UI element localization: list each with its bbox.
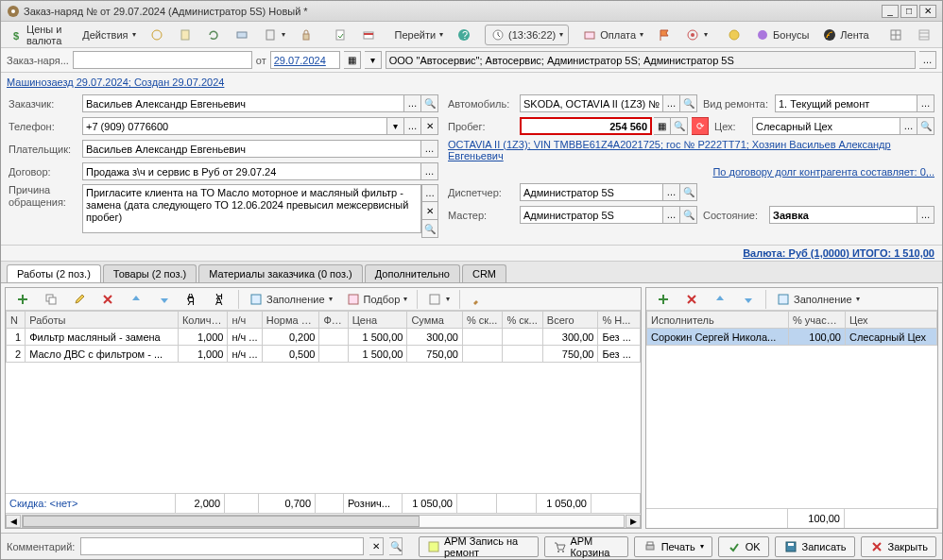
customer-input[interactable] [82, 94, 404, 112]
tb-icon-12[interactable] [721, 25, 747, 45]
car-search[interactable]: 🔍 [680, 94, 697, 112]
phone-input[interactable] [82, 117, 387, 135]
col-n[interactable]: N [7, 312, 26, 329]
tb-icon-13[interactable] [883, 25, 909, 45]
tb-icon-9[interactable]: ? [451, 25, 477, 45]
phone-ellipsis[interactable]: … [404, 117, 421, 135]
arm-cart-button[interactable]: АРМ Корзина [544, 536, 627, 557]
perf-delete[interactable] [678, 289, 705, 310]
mileage-warn-button[interactable]: ⟳ [692, 117, 709, 135]
arm-booking-button[interactable]: АРМ Запись на ремонт [419, 536, 539, 557]
col-fi[interactable]: Фи... [319, 312, 348, 329]
bonus-button[interactable]: Бонусы [749, 25, 814, 45]
works-copy[interactable] [38, 289, 64, 310]
go-button[interactable]: Перейти▾ [389, 25, 450, 45]
mileage-calc-button[interactable]: ▦ [654, 117, 671, 135]
contract-input[interactable] [82, 162, 421, 180]
tb-icon-15[interactable] [939, 25, 943, 45]
workshop-ellipsis[interactable]: … [900, 117, 917, 135]
works-grid[interactable]: N Работы Количе... н/ч Норма вр. Фи... Ц… [6, 311, 641, 493]
customer-search[interactable]: 🔍 [421, 94, 438, 112]
works-edit[interactable] [66, 289, 93, 310]
maximize-button[interactable]: □ [900, 5, 917, 18]
payer-ellipsis[interactable]: … [421, 140, 438, 158]
tb-icon-7[interactable] [327, 25, 353, 45]
dispatcher-search[interactable]: 🔍 [680, 183, 697, 201]
tab-crm[interactable]: CRM [462, 264, 506, 282]
tb-icon-10[interactable] [651, 25, 677, 45]
tb-icon-1[interactable] [144, 25, 170, 45]
save-button[interactable]: Записать [775, 536, 855, 557]
tab-extra[interactable]: Дополнительно [365, 264, 460, 282]
mileage-input[interactable] [520, 117, 652, 135]
status-ellipsis[interactable]: … [917, 206, 934, 224]
payment-button[interactable]: Оплата▾ [576, 25, 649, 45]
workshop-input[interactable] [752, 117, 900, 135]
minimize-button[interactable]: _ [882, 5, 899, 18]
works-delete[interactable] [94, 289, 121, 310]
tab-goods[interactable]: Товары (2 поз.) [103, 264, 197, 282]
org-input[interactable] [386, 51, 916, 69]
col-d2[interactable]: % ск... [503, 312, 542, 329]
table-row[interactable]: 2Масло ДВС с фильтром - ...1,000н/ч ...0… [7, 346, 641, 363]
ok-button[interactable]: OK [718, 536, 769, 557]
master-input[interactable] [520, 206, 663, 224]
dispatcher-ellipsis[interactable]: … [663, 183, 680, 201]
works-down[interactable] [151, 289, 178, 310]
works-sort-az[interactable]: AЯ [180, 289, 206, 310]
car-input[interactable] [520, 94, 663, 112]
comment-search[interactable]: 🔍 [389, 537, 403, 555]
reason-textarea[interactable]: Пригласите клиента на ТО Масло моторное … [82, 184, 421, 233]
close-window-button[interactable]: ✕ [919, 5, 936, 18]
date-calendar-button[interactable]: ▦ [344, 51, 361, 69]
discount-link[interactable]: Скидка: <нет> [6, 494, 176, 513]
customer-ellipsis[interactable]: … [404, 94, 421, 112]
works-up[interactable] [123, 289, 149, 310]
pcol-shop[interactable]: Цех [846, 312, 937, 329]
car-ellipsis[interactable]: … [663, 94, 680, 112]
reason-ellipsis[interactable]: … [421, 184, 438, 202]
reason-search[interactable]: 🔍 [421, 220, 438, 238]
feed-button[interactable]: Лента [816, 25, 874, 45]
phone-dd[interactable]: ▾ [387, 117, 404, 135]
col-sum[interactable]: Сумма [407, 312, 463, 329]
master-search[interactable]: 🔍 [680, 206, 697, 224]
table-row[interactable]: Сорокин Сергей Никола...100,00Слесарный … [647, 329, 937, 346]
prices-button[interactable]: $ Цены и валюта [5, 25, 69, 45]
comment-input[interactable] [80, 537, 364, 555]
perf-down[interactable] [735, 289, 762, 310]
tb-icon-11[interactable]: ▾ [679, 25, 713, 45]
close-button[interactable]: Закрыть [861, 536, 936, 557]
pcol-pct[interactable]: % участия [789, 312, 846, 329]
tb-icon-3[interactable] [200, 25, 227, 45]
perf-up[interactable] [707, 289, 733, 310]
pcol-name[interactable]: Исполнитель [647, 312, 789, 329]
works-add[interactable] [9, 289, 36, 310]
repair-input[interactable] [775, 94, 917, 112]
mileage-search-button[interactable]: 🔍 [671, 117, 688, 135]
works-extra2[interactable] [464, 289, 490, 310]
table-row[interactable]: 1Фильтр масляный - замена1,000н/ч ...0,2… [7, 329, 641, 346]
actions-button[interactable]: Действия▾ [77, 25, 141, 45]
col-total[interactable]: Всего [542, 312, 598, 329]
dispatcher-input[interactable] [520, 183, 663, 201]
tb-icon-5[interactable]: ▾ [257, 25, 291, 45]
col-vat[interactable]: % Н... [598, 312, 641, 329]
clock-button[interactable]: (13:36:22)▾ [485, 25, 569, 45]
payer-input[interactable] [82, 140, 421, 158]
tab-materials[interactable]: Материалы заказчика (0 поз.) [198, 264, 363, 282]
works-extra1[interactable]: ▾ [421, 289, 455, 310]
doc-date-input[interactable] [270, 51, 340, 69]
works-sort-za[interactable]: ЯA [208, 289, 234, 310]
phone-clear[interactable]: ✕ [421, 117, 438, 135]
totals-link[interactable]: Валюта: Руб (1,0000) ИТОГО: 1 510,00 [1, 246, 942, 262]
col-d1[interactable]: % ск... [462, 312, 502, 329]
col-nh[interactable]: н/ч [228, 312, 262, 329]
comment-clear[interactable]: ✕ [369, 537, 383, 555]
tb-icon-6[interactable] [293, 25, 319, 45]
col-price[interactable]: Цена [348, 312, 407, 329]
entry-link[interactable]: Машинозаезд 29.07.2024; Создан 29.07.202… [7, 76, 224, 88]
tab-works[interactable]: Работы (2 поз.) [7, 264, 101, 282]
master-ellipsis[interactable]: … [663, 206, 680, 224]
tb-icon-4[interactable] [229, 25, 255, 45]
